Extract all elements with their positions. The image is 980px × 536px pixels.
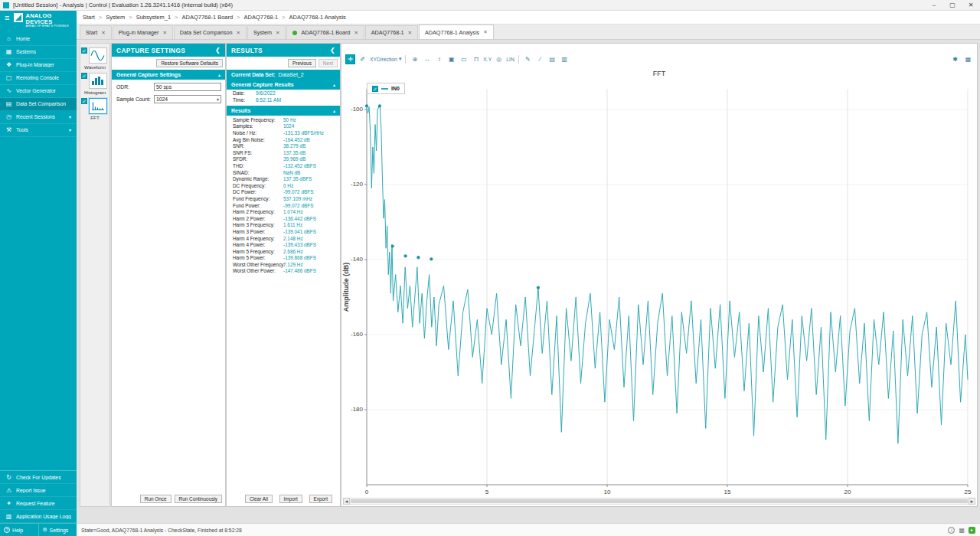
previous-dataset-button[interactable]: Previous [288, 59, 316, 67]
harmonic-marker[interactable] [430, 257, 433, 260]
breadcrumb-item-subsystem-1[interactable]: Subsystem_1 [136, 14, 171, 21]
tab-close-icon[interactable]: ✕ [101, 30, 105, 36]
close-button[interactable]: ✕ [962, 0, 980, 10]
sidebar-item-check-for-updates[interactable]: ↻Check For Updates [0, 471, 77, 484]
general-capture-results-label: General Capture Results [231, 82, 294, 87]
scrollbar-thumb[interactable] [351, 499, 968, 503]
xy-coordinates-button[interactable]: X.Y [483, 57, 492, 62]
tab-close-icon[interactable]: ✕ [354, 30, 358, 36]
tab-close-icon[interactable]: ✕ [162, 30, 166, 36]
tab-adaq7768-1[interactable]: ADAQ7768-1✕ [365, 25, 418, 39]
settings-button[interactable]: ⚙ Settings [38, 524, 77, 536]
pin-tool-button[interactable]: ✐ [358, 54, 368, 64]
histogram-icon[interactable] [89, 73, 107, 89]
waveform-icon[interactable] [89, 47, 107, 64]
chart-style-button[interactable]: ✱ [950, 54, 960, 64]
pan-tool-button[interactable]: ✛ [345, 54, 355, 64]
odr-input[interactable] [154, 83, 221, 91]
crosshair-button[interactable]: ⊕ [410, 54, 420, 64]
vertical-range-button[interactable]: ↕ [434, 54, 444, 64]
sidebar-item-application-usage-logging[interactable]: ▥Application Usage Logging [0, 510, 77, 523]
tab-close-icon[interactable]: ✕ [408, 30, 412, 36]
view-option-waveform[interactable]: ✓ [81, 47, 109, 64]
sidebar-item-data-set-comparison[interactable]: ▤Data Set Comparison [0, 98, 77, 111]
tab-plug-in-manager[interactable]: Plug-in Manager✕ [113, 25, 173, 39]
section-collapse-icon[interactable]: ▴ [333, 82, 335, 87]
fit-view-button[interactable]: ▣ [446, 54, 456, 64]
tab-close-icon[interactable]: ✕ [483, 29, 487, 35]
axis-scale-button[interactable]: ⊓ [471, 54, 481, 64]
section-collapse-icon[interactable]: ▴ [218, 72, 220, 77]
menu-toggle-icon[interactable]: ≡ [3, 13, 11, 23]
horizontal-range-button[interactable]: ↔ [422, 54, 432, 64]
breadcrumb-item-adaq7768-1-board[interactable]: ADAQ7768-1 Board [181, 14, 233, 21]
scrollbar-track[interactable] [350, 498, 969, 505]
section-collapse-icon[interactable]: ▴ [333, 108, 335, 113]
view-option-histogram[interactable]: ✓ [81, 73, 109, 89]
tab-close-icon[interactable]: ✕ [276, 30, 279, 36]
restore-defaults-button[interactable]: Restore Software Defaults [156, 59, 223, 67]
breadcrumb-item-system[interactable]: System [106, 14, 125, 21]
sidebar-item-plug-in-manager[interactable]: ❖Plug-in Manager [0, 59, 77, 72]
import-button[interactable]: Import [279, 495, 302, 503]
view-option-fft[interactable]: ✓ [81, 98, 109, 114]
run-continuously-button[interactable]: Run Continuously [175, 495, 222, 503]
annotation-button[interactable]: ✎ [523, 54, 533, 64]
fft-plot[interactable]: -100-120-140-160-1800510152025Amplitude … [341, 80, 978, 494]
data-grid-button[interactable]: ▦ [963, 54, 973, 64]
box-zoom-button[interactable]: ▭ [459, 54, 469, 64]
next-dataset-button[interactable]: Next [318, 59, 338, 67]
feature-icon: ✦ [5, 500, 12, 507]
checkbox-checked-icon[interactable]: ✓ [81, 98, 87, 104]
harmonic-marker[interactable] [365, 104, 368, 107]
maximize-button[interactable]: ▢ [943, 0, 962, 10]
sidebar-item-remoting-console[interactable]: ▢Remoting Console [0, 72, 77, 85]
tab-adaq7768-1-board[interactable]: ADAQ7768-1 Board✕ [286, 25, 364, 39]
scroll-left-icon[interactable]: ◄ [343, 498, 350, 505]
harmonic-marker[interactable] [378, 104, 381, 107]
harmonic-marker[interactable] [537, 286, 540, 289]
y-tick-label: -120 [351, 181, 364, 188]
tab-adaq7768-1-analysis[interactable]: ADAQ7768-1 Analysis✕ [419, 25, 494, 39]
sidebar-item-request-feature[interactable]: ✦Request Feature [0, 497, 77, 510]
help-button[interactable]: ? Help [0, 524, 38, 536]
run-once-button[interactable]: Run Once [140, 495, 172, 503]
info-icon[interactable]: i [948, 527, 955, 534]
breadcrumb-item-adaq7768-1[interactable]: ADAQ7768-1 [244, 14, 279, 21]
usage-metrics-icon[interactable]: ▦ [959, 527, 965, 534]
sidebar-item-systems[interactable]: ▦Systems [0, 46, 77, 59]
result-row: Worst Other Frequency:7.129 Hz [227, 262, 340, 269]
minimize-button[interactable]: – [925, 0, 943, 10]
scroll-right-icon[interactable]: ► [969, 498, 975, 505]
harmonic-marker[interactable] [404, 254, 407, 257]
xy-direction-dropdown[interactable]: XYDirection▾ [370, 56, 401, 62]
legend-checkbox[interactable]: ✓ [372, 86, 378, 92]
copy-plot-button[interactable]: ▥ [560, 54, 570, 64]
breadcrumb-item-adaq7768-1-analysis[interactable]: ADAQ7768-1 Analysis [289, 14, 346, 21]
clear-all-button[interactable]: Clear All [245, 495, 273, 503]
measure-button[interactable]: ∕ [535, 54, 545, 64]
sidebar-item-recent-sessions[interactable]: ◷Recent Sessions▾ [0, 111, 77, 124]
tab-data-set-comparison[interactable]: Data Set Comparison✕ [174, 25, 247, 39]
checkbox-checked-icon[interactable]: ✓ [81, 73, 87, 79]
zoom-button[interactable]: ◎ [494, 54, 504, 64]
collapse-panel-icon[interactable]: ❮ [215, 47, 220, 54]
tab-system[interactable]: System✕ [247, 25, 286, 39]
tab-start[interactable]: Start✕ [80, 25, 112, 39]
linear-scale-button[interactable]: LIN [506, 57, 514, 62]
harmonic-marker[interactable] [416, 256, 420, 259]
sidebar-item-tools[interactable]: ⚒Tools▾ [0, 124, 77, 137]
breadcrumb-item-start[interactable]: Start [83, 14, 95, 21]
sample-count-select[interactable]: 1024 ▾ [154, 95, 221, 103]
sidebar-item-report-issue[interactable]: ⚠Report Issue [0, 484, 77, 497]
tab-close-icon[interactable]: ✕ [237, 30, 240, 36]
collapse-panel-icon[interactable]: ❮ [330, 47, 335, 54]
export-plot-button[interactable]: ▤ [547, 54, 557, 64]
sidebar-item-vector-generator[interactable]: ∿Vector Generator [0, 85, 77, 98]
export-button[interactable]: Export [309, 495, 332, 503]
sidebar-item-home[interactable]: ⌂Home [0, 33, 77, 46]
fft-icon[interactable] [89, 98, 107, 114]
horizontal-scrollbar[interactable]: ◄ ► [343, 497, 975, 505]
harmonic-marker[interactable] [391, 244, 394, 247]
checkbox-checked-icon[interactable]: ✓ [81, 47, 87, 54]
